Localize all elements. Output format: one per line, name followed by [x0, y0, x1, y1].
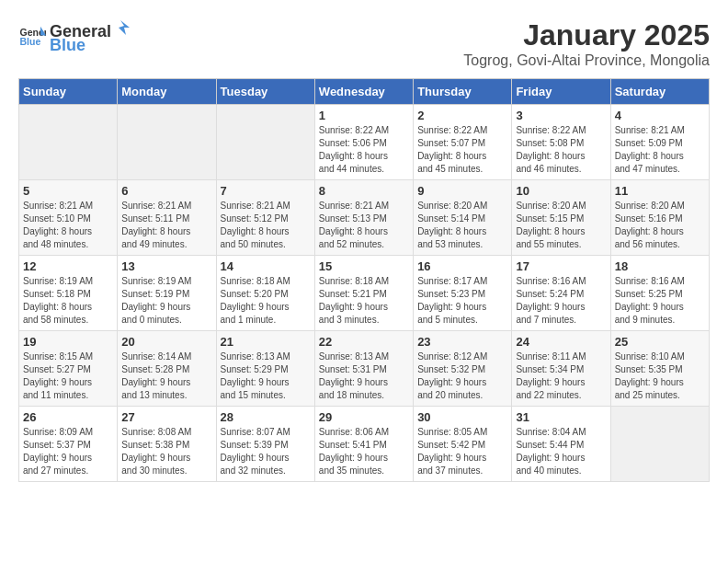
calendar-cell: 8Sunrise: 8:21 AM Sunset: 5:13 PM Daylig… [314, 180, 413, 256]
calendar-cell: 14Sunrise: 8:18 AM Sunset: 5:20 PM Dayli… [216, 256, 314, 331]
calendar-cell: 31Sunrise: 8:04 AM Sunset: 5:44 PM Dayli… [512, 407, 610, 482]
day-number: 31 [516, 410, 606, 424]
day-info: Sunrise: 8:10 AM Sunset: 5:35 PM Dayligh… [615, 350, 705, 402]
day-number: 19 [23, 335, 113, 349]
day-info: Sunrise: 8:21 AM Sunset: 5:13 PM Dayligh… [319, 200, 409, 251]
calendar-week-row: 1Sunrise: 8:22 AM Sunset: 5:06 PM Daylig… [19, 105, 710, 180]
svg-text:Blue: Blue [20, 36, 41, 47]
day-number: 30 [417, 410, 507, 424]
day-info: Sunrise: 8:20 AM Sunset: 5:16 PM Dayligh… [615, 200, 705, 251]
calendar-cell: 30Sunrise: 8:05 AM Sunset: 5:42 PM Dayli… [414, 407, 512, 482]
calendar-cell: 19Sunrise: 8:15 AM Sunset: 5:27 PM Dayli… [19, 331, 118, 407]
day-info: Sunrise: 8:05 AM Sunset: 5:42 PM Dayligh… [417, 426, 507, 477]
calendar-cell [118, 105, 216, 180]
day-info: Sunrise: 8:06 AM Sunset: 5:41 PM Dayligh… [319, 426, 409, 477]
calendar-cell: 12Sunrise: 8:19 AM Sunset: 5:18 PM Dayli… [19, 256, 118, 331]
day-number: 29 [319, 410, 409, 424]
day-number: 25 [615, 335, 705, 349]
calendar-cell [19, 105, 118, 180]
day-info: Sunrise: 8:21 AM Sunset: 5:09 PM Dayligh… [615, 124, 705, 176]
day-number: 10 [516, 184, 606, 198]
day-info: Sunrise: 8:17 AM Sunset: 5:23 PM Dayligh… [417, 275, 507, 327]
day-info: Sunrise: 8:16 AM Sunset: 5:24 PM Dayligh… [516, 275, 606, 327]
day-info: Sunrise: 8:13 AM Sunset: 5:31 PM Dayligh… [319, 350, 409, 402]
day-info: Sunrise: 8:18 AM Sunset: 5:20 PM Dayligh… [221, 275, 311, 327]
day-number: 13 [121, 259, 211, 273]
day-number: 5 [23, 184, 113, 198]
weekday-header: Sunday [19, 79, 118, 105]
weekday-header: Saturday [610, 79, 709, 105]
day-number: 28 [221, 410, 311, 424]
title-section: January 2025 Togrog, Govi-Altai Province… [463, 18, 710, 69]
calendar-cell: 6Sunrise: 8:21 AM Sunset: 5:11 PM Daylig… [118, 180, 216, 256]
calendar-week-row: 26Sunrise: 8:09 AM Sunset: 5:37 PM Dayli… [19, 407, 710, 482]
calendar-body: 1Sunrise: 8:22 AM Sunset: 5:06 PM Daylig… [19, 105, 710, 482]
calendar-cell: 2Sunrise: 8:22 AM Sunset: 5:07 PM Daylig… [414, 105, 512, 180]
day-number: 12 [23, 259, 113, 273]
calendar-cell: 15Sunrise: 8:18 AM Sunset: 5:21 PM Dayli… [314, 256, 413, 331]
calendar-cell: 7Sunrise: 8:21 AM Sunset: 5:12 PM Daylig… [216, 180, 314, 256]
calendar-cell: 23Sunrise: 8:12 AM Sunset: 5:32 PM Dayli… [414, 331, 512, 407]
weekday-header: Tuesday [216, 79, 314, 105]
logo: General Blue General Blue [18, 18, 130, 55]
svg-marker-3 [119, 20, 130, 35]
day-info: Sunrise: 8:16 AM Sunset: 5:25 PM Dayligh… [615, 275, 705, 327]
logo-bird-icon [111, 18, 130, 37]
logo-icon: General Blue [18, 23, 46, 51]
day-info: Sunrise: 8:18 AM Sunset: 5:21 PM Dayligh… [319, 275, 409, 327]
day-number: 17 [516, 259, 606, 273]
weekday-header: Thursday [414, 79, 512, 105]
calendar-cell: 11Sunrise: 8:20 AM Sunset: 5:16 PM Dayli… [610, 180, 709, 256]
day-info: Sunrise: 8:20 AM Sunset: 5:14 PM Dayligh… [417, 200, 507, 251]
day-info: Sunrise: 8:22 AM Sunset: 5:07 PM Dayligh… [417, 124, 507, 176]
day-info: Sunrise: 8:11 AM Sunset: 5:34 PM Dayligh… [516, 350, 606, 402]
calendar-cell: 22Sunrise: 8:13 AM Sunset: 5:31 PM Dayli… [314, 331, 413, 407]
calendar-table: SundayMondayTuesdayWednesdayThursdayFrid… [18, 78, 710, 482]
calendar-week-row: 19Sunrise: 8:15 AM Sunset: 5:27 PM Dayli… [19, 331, 710, 407]
day-info: Sunrise: 8:13 AM Sunset: 5:29 PM Dayligh… [221, 350, 311, 402]
day-number: 24 [516, 335, 606, 349]
day-info: Sunrise: 8:21 AM Sunset: 5:10 PM Dayligh… [23, 200, 113, 251]
day-number: 22 [319, 335, 409, 349]
weekday-header: Friday [512, 79, 610, 105]
calendar-cell: 25Sunrise: 8:10 AM Sunset: 5:35 PM Dayli… [610, 331, 709, 407]
day-info: Sunrise: 8:22 AM Sunset: 5:08 PM Dayligh… [516, 124, 606, 176]
day-number: 21 [221, 335, 311, 349]
day-number: 15 [319, 259, 409, 273]
calendar-cell [216, 105, 314, 180]
calendar-cell: 21Sunrise: 8:13 AM Sunset: 5:29 PM Dayli… [216, 331, 314, 407]
day-info: Sunrise: 8:12 AM Sunset: 5:32 PM Dayligh… [417, 350, 507, 402]
day-info: Sunrise: 8:09 AM Sunset: 5:37 PM Dayligh… [23, 426, 113, 477]
day-info: Sunrise: 8:04 AM Sunset: 5:44 PM Dayligh… [516, 426, 606, 477]
day-number: 4 [615, 109, 705, 122]
calendar-cell: 10Sunrise: 8:20 AM Sunset: 5:15 PM Dayli… [512, 180, 610, 256]
day-number: 23 [417, 335, 507, 349]
day-number: 9 [417, 184, 507, 198]
calendar-cell: 24Sunrise: 8:11 AM Sunset: 5:34 PM Dayli… [512, 331, 610, 407]
day-number: 27 [121, 410, 211, 424]
calendar-cell: 9Sunrise: 8:20 AM Sunset: 5:14 PM Daylig… [414, 180, 512, 256]
calendar-cell: 28Sunrise: 8:07 AM Sunset: 5:39 PM Dayli… [216, 407, 314, 482]
day-info: Sunrise: 8:21 AM Sunset: 5:11 PM Dayligh… [121, 200, 211, 251]
weekday-header: Monday [118, 79, 216, 105]
calendar-cell: 17Sunrise: 8:16 AM Sunset: 5:24 PM Dayli… [512, 256, 610, 331]
day-number: 14 [221, 259, 311, 273]
calendar-cell: 27Sunrise: 8:08 AM Sunset: 5:38 PM Dayli… [118, 407, 216, 482]
day-number: 1 [319, 109, 409, 122]
day-number: 20 [121, 335, 211, 349]
day-number: 2 [417, 109, 507, 122]
day-info: Sunrise: 8:07 AM Sunset: 5:39 PM Dayligh… [221, 426, 311, 477]
calendar-cell: 16Sunrise: 8:17 AM Sunset: 5:23 PM Dayli… [414, 256, 512, 331]
calendar-cell: 20Sunrise: 8:14 AM Sunset: 5:28 PM Dayli… [118, 331, 216, 407]
day-number: 7 [221, 184, 311, 198]
header: General Blue General Blue January 2025 T… [18, 18, 710, 69]
main-title: January 2025 [463, 18, 710, 52]
day-number: 3 [516, 109, 606, 122]
calendar-cell: 29Sunrise: 8:06 AM Sunset: 5:41 PM Dayli… [314, 407, 413, 482]
day-info: Sunrise: 8:19 AM Sunset: 5:19 PM Dayligh… [121, 275, 211, 327]
day-number: 16 [417, 259, 507, 273]
day-info: Sunrise: 8:14 AM Sunset: 5:28 PM Dayligh… [121, 350, 211, 402]
calendar-week-row: 5Sunrise: 8:21 AM Sunset: 5:10 PM Daylig… [19, 180, 710, 256]
calendar-cell: 5Sunrise: 8:21 AM Sunset: 5:10 PM Daylig… [19, 180, 118, 256]
day-number: 8 [319, 184, 409, 198]
